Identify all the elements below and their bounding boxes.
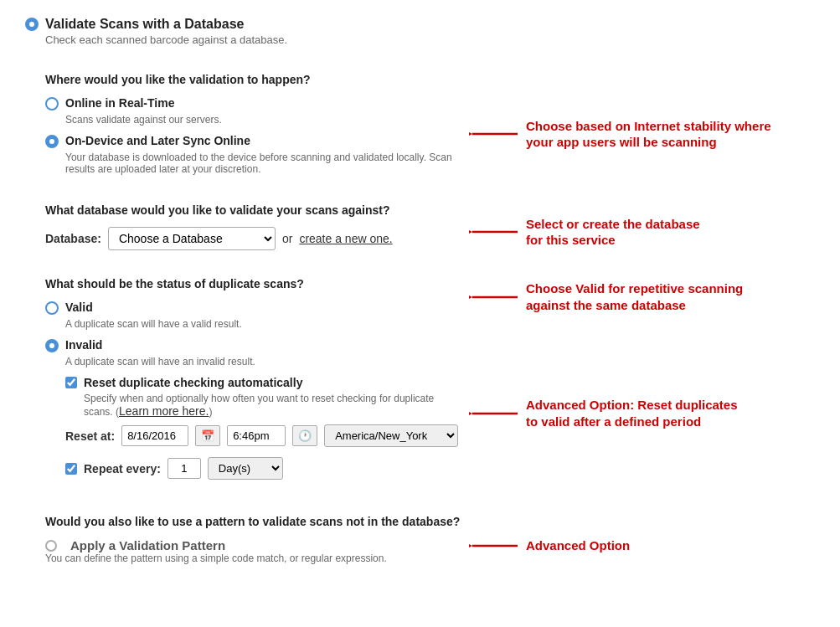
arrow3-icon: [469, 289, 519, 306]
valid-label: Valid: [65, 301, 93, 314]
repeat-label: Repeat every:: [84, 462, 161, 475]
database-label: Database:: [45, 232, 101, 245]
question3: What should be the status of duplicate s…: [45, 277, 461, 290]
reset-checkbox[interactable]: [65, 377, 77, 388]
valid-radio[interactable]: [45, 301, 59, 315]
database-select[interactable]: Choose a Database: [108, 227, 276, 250]
repeat-checkbox[interactable]: [65, 463, 77, 475]
validate-radio[interactable]: [25, 18, 39, 31]
reset-at-label: Reset at:: [65, 429, 115, 443]
annotation4: Advanced Option: Reset duplicates to val…: [526, 397, 738, 429]
timezone-select[interactable]: America/New_York: [324, 424, 458, 447]
question2: What database would you like to validate…: [45, 203, 461, 217]
arrow2-icon: [469, 224, 519, 240]
question4: Would you also like to use a pattern to …: [45, 515, 461, 528]
ondevice-radio[interactable]: [45, 135, 59, 148]
annotation3: Choose Valid for repetitive scanning aga…: [526, 280, 743, 313]
arrow5-icon: [469, 537, 519, 554]
main-subtitle: Check each scanned barcode against a dat…: [45, 33, 815, 46]
invalid-desc: A duplicate scan will have an invalid re…: [65, 356, 461, 367]
online-label: Online in Real-Time: [65, 96, 174, 110]
reset-checkbox-desc: Specify when and optionally how often yo…: [84, 393, 461, 418]
ondevice-desc: Your database is downloaded to the devic…: [65, 152, 461, 175]
calendar-icon[interactable]: 📅: [195, 425, 220, 446]
main-container: Validate Scans with a Database Check eac…: [25, 17, 815, 564]
apply-pattern-label: Apply a Validation Pattern: [70, 538, 225, 552]
reset-date-input[interactable]: [121, 425, 188, 446]
annotation2: Select or create the database for this s…: [526, 216, 700, 249]
repeat-unit-select[interactable]: Day(s) Week(s) Month(s): [208, 457, 283, 480]
question1: Where would you like the validation to h…: [45, 73, 461, 86]
online-radio[interactable]: [45, 97, 59, 110]
repeat-value-input[interactable]: [167, 458, 201, 479]
clock-icon[interactable]: 🕐: [292, 425, 317, 446]
create-link[interactable]: create a new one.: [299, 232, 392, 245]
annotation5: Advanced Option: [526, 537, 630, 554]
invalid-label: Invalid: [65, 338, 102, 352]
main-title: Validate Scans with a Database: [45, 17, 244, 32]
arrow4-icon: [469, 405, 519, 422]
valid-desc: A duplicate scan will have a valid resul…: [65, 318, 461, 330]
online-desc: Scans validate against our servers.: [65, 114, 461, 126]
learn-more-link[interactable]: Learn more here.: [119, 404, 209, 418]
annotation1: Choose based on Internet stability where…: [526, 118, 771, 151]
invalid-radio[interactable]: [45, 339, 59, 352]
arrow1-icon: [469, 126, 519, 142]
apply-pattern-radio[interactable]: [45, 540, 57, 552]
or-text: or: [282, 232, 292, 245]
ondevice-label: On-Device and Later Sync Online: [65, 134, 250, 147]
reset-checkbox-label: Reset duplicate checking automatically: [84, 376, 302, 389]
apply-pattern-desc: You can define the pattern using a simpl…: [45, 552, 461, 564]
reset-time-input[interactable]: [227, 425, 286, 446]
